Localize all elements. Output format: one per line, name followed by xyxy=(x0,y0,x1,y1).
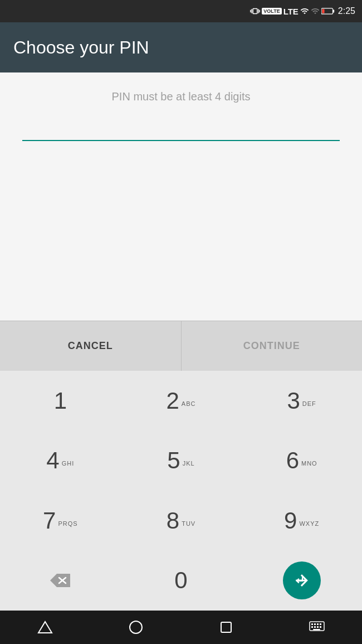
key-1[interactable]: 1 xyxy=(0,371,121,431)
back-icon xyxy=(37,619,53,635)
svg-rect-12 xyxy=(317,623,319,625)
back-button[interactable] xyxy=(37,619,53,635)
key-6[interactable]: 6 MNO xyxy=(241,431,362,491)
page-title: Choose your PIN xyxy=(13,37,149,58)
pin-hint: PIN must be at least 4 digits xyxy=(111,90,250,103)
app-header: Choose your PIN xyxy=(0,22,362,72)
recents-button[interactable] xyxy=(218,619,234,635)
key-0[interactable]: 0 xyxy=(121,551,242,611)
recents-icon xyxy=(218,619,234,635)
cancel-button[interactable]: CANCEL xyxy=(0,321,182,371)
svg-rect-11 xyxy=(314,623,316,625)
svg-rect-1 xyxy=(332,9,334,12)
key-2[interactable]: 2 ABC xyxy=(121,371,242,431)
key-4[interactable]: 4 GHI xyxy=(0,431,121,491)
svg-rect-15 xyxy=(314,626,316,628)
svg-rect-14 xyxy=(311,626,313,628)
status-bar: VOLTE LTE 2:25 xyxy=(0,0,362,22)
key-5[interactable]: 5 JKL xyxy=(121,431,242,491)
main-content: PIN must be at least 4 digits xyxy=(0,72,362,321)
home-icon xyxy=(128,619,144,635)
backspace-button[interactable] xyxy=(0,551,121,611)
enter-circle: ↵ xyxy=(283,561,321,599)
action-buttons: CANCEL CONTINUE xyxy=(0,321,362,371)
svg-rect-10 xyxy=(311,623,313,625)
vibrate-icon xyxy=(250,6,260,16)
svg-rect-18 xyxy=(313,629,320,630)
key-enter[interactable]: ↵ xyxy=(241,551,362,611)
svg-rect-17 xyxy=(320,626,321,628)
enter-icon: ↵ xyxy=(293,572,311,589)
nav-bar xyxy=(0,611,362,644)
continue-button[interactable]: CONTINUE xyxy=(182,321,363,371)
keyboard-button[interactable] xyxy=(309,621,325,633)
key-3[interactable]: 3 DEF xyxy=(241,371,362,431)
lte-label: LTE xyxy=(283,7,299,16)
battery-icon xyxy=(321,7,335,16)
keyboard-icon xyxy=(309,621,325,633)
volte-badge: VOLTE xyxy=(262,8,281,14)
signal2-icon xyxy=(311,7,320,16)
svg-point-7 xyxy=(130,621,142,633)
status-icons: VOLTE LTE xyxy=(250,6,335,16)
keypad: 1 2 ABC 3 DEF 4 GHI 5 JKL 6 MNO xyxy=(0,371,362,611)
key-9[interactable]: 9 WXYZ xyxy=(241,491,362,551)
svg-rect-13 xyxy=(320,623,321,625)
pin-input[interactable] xyxy=(22,117,340,141)
key-7[interactable]: 7 PRQS xyxy=(0,491,121,551)
svg-rect-2 xyxy=(322,9,324,13)
svg-rect-8 xyxy=(221,622,231,632)
svg-rect-16 xyxy=(317,626,319,628)
home-button[interactable] xyxy=(128,619,144,635)
key-8[interactable]: 8 TUV xyxy=(121,491,242,551)
svg-text:↵: ↵ xyxy=(296,575,305,587)
signal1-icon xyxy=(300,7,309,16)
pin-input-container xyxy=(22,117,340,141)
svg-marker-6 xyxy=(38,622,52,633)
status-time: 2:25 xyxy=(338,6,355,16)
backspace-icon xyxy=(49,573,71,588)
